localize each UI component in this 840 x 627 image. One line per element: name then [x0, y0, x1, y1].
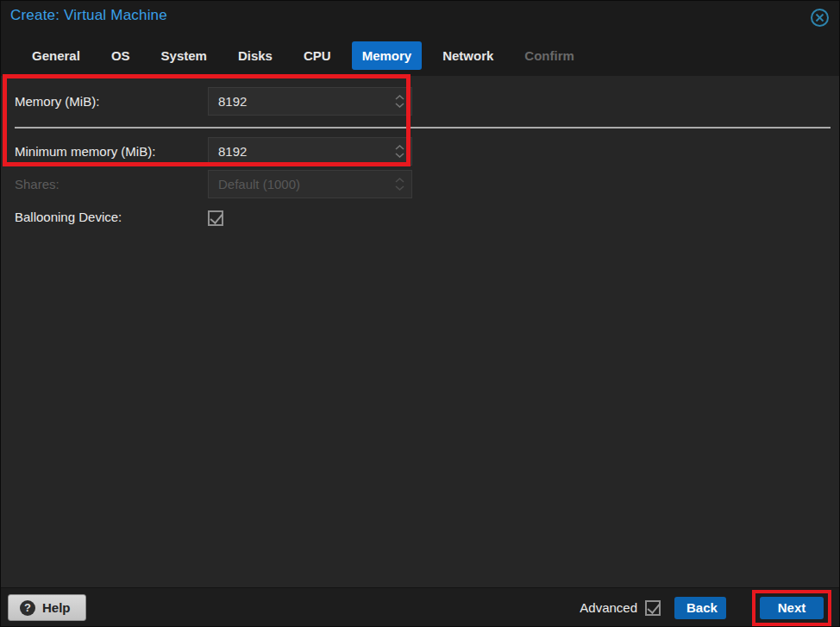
tab-memory[interactable]: Memory: [352, 41, 423, 70]
chevron-up-icon: [395, 95, 404, 100]
tab-disks[interactable]: Disks: [228, 41, 283, 70]
ballooning-label: Ballooning Device:: [15, 210, 122, 224]
footer-actions: Advanced Back Next: [580, 588, 831, 627]
shares-label: Shares:: [15, 177, 60, 191]
memory-field: [208, 87, 412, 116]
chevron-down-icon: [395, 153, 404, 158]
advanced-label: Advanced: [580, 600, 637, 615]
next-button[interactable]: Next: [760, 597, 824, 619]
chevron-down-icon: [395, 103, 404, 108]
dialog-title: Create: Virtual Machine: [10, 7, 167, 24]
chevron-down-icon: [395, 185, 404, 191]
advanced-checkbox[interactable]: [645, 600, 661, 616]
create-vm-dialog: Create: Virtual Machine General OS Syste…: [0, 0, 840, 627]
question-icon: ?: [20, 600, 35, 616]
back-button[interactable]: Back: [674, 597, 726, 619]
dialog-header: Create: Virtual Machine General OS Syste…: [1, 1, 839, 76]
tab-cpu[interactable]: CPU: [293, 41, 342, 70]
memory-input[interactable]: [209, 88, 387, 115]
chevron-up-icon: [395, 145, 404, 150]
help-button-label: Help: [42, 600, 71, 615]
tab-confirm: Confirm: [514, 41, 585, 70]
dialog-footer: ? Help Advanced Back Next: [1, 587, 839, 626]
close-icon[interactable]: [810, 8, 830, 28]
min-memory-field: [208, 137, 412, 166]
min-memory-input[interactable]: [209, 138, 387, 165]
tab-os[interactable]: OS: [101, 41, 141, 70]
shares-input: [209, 171, 387, 198]
ballooning-checkbox[interactable]: [208, 210, 223, 226]
wizard-tab-bar: General OS System Disks CPU Memory Netwo…: [22, 41, 585, 70]
memory-label: Memory (MiB):: [15, 94, 99, 109]
chevron-up-icon: [395, 178, 404, 183]
min-memory-label: Minimum memory (MiB):: [15, 144, 155, 159]
tab-network[interactable]: Network: [432, 41, 504, 70]
memory-spinner[interactable]: [387, 88, 411, 115]
memory-tab-panel: Memory (MiB): Minimum memory (MiB): Shar…: [1, 76, 839, 587]
tab-general[interactable]: General: [22, 41, 91, 70]
help-button[interactable]: ? Help: [8, 594, 86, 621]
highlight-rect-next: Next: [752, 590, 831, 626]
min-memory-spinner[interactable]: [387, 138, 411, 165]
tab-system[interactable]: System: [151, 41, 217, 70]
shares-spinner: [387, 171, 411, 198]
shares-field: [208, 170, 412, 198]
field-separator: [15, 127, 831, 129]
